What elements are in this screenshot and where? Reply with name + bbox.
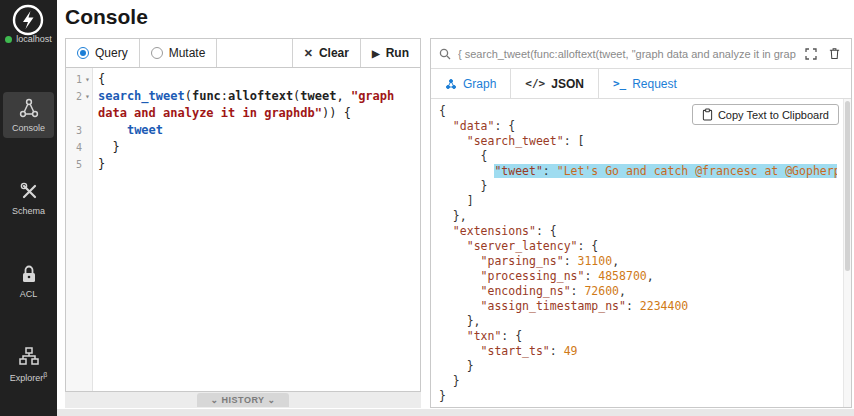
query-panel: Query Mutate ✕ Clear ▶ Run: [65, 38, 421, 408]
editor-line[interactable]: 3 tweet: [66, 122, 420, 139]
json-line[interactable]: }: [439, 359, 837, 374]
scrollbar-thumb[interactable]: [845, 101, 850, 271]
json-line[interactable]: "server_latency": {: [439, 239, 837, 254]
editor-line[interactable]: 4 }: [66, 139, 420, 156]
result-panel: { search_tweet(func:alloftext(tweet, "gr…: [430, 38, 852, 408]
result-tabs: Graph </> JSON >_ Request: [431, 69, 851, 99]
json-lines: { "data": { "search_tweet": [ { "tweet":…: [439, 104, 837, 404]
json-line[interactable]: {: [439, 149, 837, 164]
terminal-prompt-icon: >_: [613, 77, 626, 90]
fullscreen-button[interactable]: [803, 46, 819, 62]
editor-line[interactable]: 5}: [66, 156, 420, 173]
radio-selected-icon: [77, 47, 89, 59]
history-strip: ⌄ HISTORY ⌄: [65, 392, 421, 408]
fold-arrow-icon[interactable]: ▾: [82, 71, 93, 88]
dgraph-logo[interactable]: [11, 3, 45, 37]
sidebar-item-label: localhost: [16, 34, 52, 44]
tab-request[interactable]: >_ Request: [599, 69, 691, 98]
json-line[interactable]: "parsing_ns": 31100,: [439, 254, 837, 269]
json-line[interactable]: "encoding_ns": 72600,: [439, 284, 837, 299]
copy-label: Copy Text to Clipboard: [718, 109, 829, 121]
editor-line[interactable]: 2▾search_tweet(func:alloftext(tweet, "gr…: [66, 88, 420, 122]
trash-icon: [828, 47, 841, 60]
sidebar-item-label: ACL: [20, 289, 38, 299]
sidebar-item-label: Schema: [12, 206, 45, 216]
query-preview-text: { search_tweet(func:alloftext(tweet, "gr…: [458, 48, 796, 60]
tools-icon: [18, 180, 40, 202]
sidebar-item-explorer[interactable]: Explorerβ: [3, 340, 54, 388]
run-label: Run: [386, 46, 409, 60]
page-title: Console: [65, 5, 148, 29]
beta-badge: β: [43, 371, 47, 378]
tab-request-label: Request: [632, 77, 677, 91]
query-history-entry[interactable]: { search_tweet(func:alloftext(tweet, "gr…: [431, 39, 851, 69]
connection-status-icon: [5, 36, 12, 43]
code-brackets-icon: </>: [525, 77, 545, 90]
fold-arrow-icon[interactable]: ▾: [82, 88, 93, 105]
json-line[interactable]: },: [439, 209, 837, 224]
clear-label: Clear: [319, 46, 349, 60]
editor-lines: 1▾{2▾search_tweet(func:alloftext(tweet, …: [66, 68, 420, 173]
app-window: localhost Console Schema ACL: [0, 0, 854, 416]
json-line[interactable]: "start_ts": 49: [439, 344, 837, 359]
query-editor[interactable]: 1▾{2▾search_tweet(func:alloftext(tweet, …: [65, 68, 421, 392]
json-line[interactable]: }: [439, 374, 837, 389]
search-icon: [439, 48, 451, 60]
toolbar-spacer: [217, 39, 291, 67]
json-line[interactable]: "search_tweet": [: [439, 134, 837, 149]
radio-unselected-icon: [151, 47, 163, 59]
fullscreen-icon: [805, 48, 817, 60]
json-viewer: { "data": { "search_tweet": [ { "tweet":…: [431, 99, 851, 407]
sidebar-item-label: Console: [12, 123, 45, 133]
graph-icon: [445, 78, 457, 90]
json-line[interactable]: ]: [439, 194, 837, 209]
json-line[interactable]: "processing_ns": 4858700,: [439, 269, 837, 284]
vertical-scrollbar[interactable]: [843, 99, 851, 407]
json-line[interactable]: "txn": {: [439, 329, 837, 344]
json-line[interactable]: }: [439, 179, 837, 194]
history-toggle[interactable]: ⌄ HISTORY ⌄: [197, 393, 290, 407]
tab-graph[interactable]: Graph: [431, 69, 510, 98]
clipboard-icon: [702, 108, 713, 121]
json-line[interactable]: }: [439, 389, 837, 404]
json-line[interactable]: "assign_timestamp_ns": 2234400: [439, 299, 837, 314]
json-line[interactable]: "tweet": "Let's Go and catch @francesc a…: [439, 164, 837, 179]
sidebar-item-schema[interactable]: Schema: [3, 175, 54, 221]
tab-json[interactable]: </> JSON: [510, 69, 599, 98]
clear-x-icon: ✕: [304, 47, 313, 60]
console-graph-icon: [18, 97, 40, 119]
logo-icon: [11, 3, 45, 37]
copy-to-clipboard-button[interactable]: Copy Text to Clipboard: [692, 104, 839, 125]
run-play-icon: ▶: [372, 48, 380, 59]
query-mode-button[interactable]: Query: [66, 39, 139, 67]
sidebar-item-localhost[interactable]: localhost: [0, 34, 57, 44]
tab-json-label: JSON: [551, 77, 584, 91]
json-line[interactable]: "extensions": {: [439, 224, 837, 239]
bottom-strip: [57, 409, 854, 416]
tab-graph-label: Graph: [463, 77, 496, 91]
sidebar-item-console[interactable]: Console: [3, 92, 54, 138]
mutate-mode-button[interactable]: Mutate: [140, 39, 217, 67]
run-button[interactable]: ▶ Run: [361, 39, 420, 67]
editor-line[interactable]: 1▾{: [66, 71, 420, 88]
sitemap-icon: [18, 345, 40, 367]
mutate-mode-label: Mutate: [169, 46, 206, 60]
sidebar-item-label: Explorerβ: [10, 371, 48, 383]
query-toolbar: Query Mutate ✕ Clear ▶ Run: [65, 38, 421, 68]
sidebar-item-acl[interactable]: ACL: [3, 258, 54, 304]
json-line[interactable]: },: [439, 314, 837, 329]
main-area: Console Query Mutate ✕ Clear: [57, 0, 854, 416]
lock-icon: [18, 263, 40, 285]
clear-button[interactable]: ✕ Clear: [293, 39, 360, 67]
sidebar: localhost Console Schema ACL: [0, 0, 57, 416]
query-mode-label: Query: [95, 46, 128, 60]
delete-query-button[interactable]: [826, 45, 843, 62]
